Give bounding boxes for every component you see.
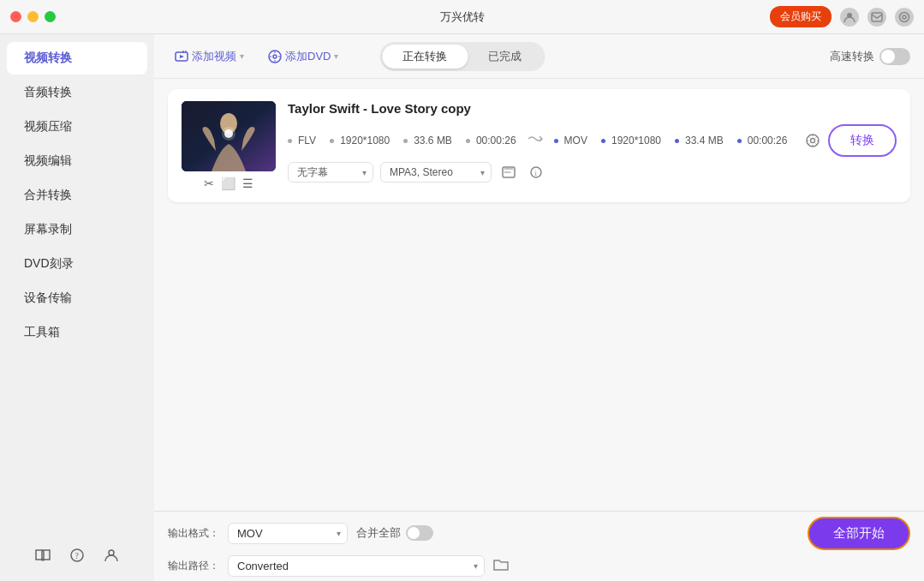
target-format: MOV: [554, 135, 587, 147]
subtitle-select-wrapper: 无字幕: [288, 162, 373, 183]
start-all-button[interactable]: 全部开始: [808, 517, 910, 550]
tab-converting[interactable]: 正在转换: [382, 45, 468, 69]
convert-button[interactable]: 转换: [828, 124, 897, 157]
content-list: ✂ ⬜ ☰ Taylor Swift - Love Story copy FLV: [154, 79, 924, 511]
target-size: 33.4 MB: [675, 135, 724, 147]
source-size: 33.6 MB: [403, 135, 452, 147]
vip-button[interactable]: 会员购买: [770, 6, 832, 27]
add-dvd-button[interactable]: 添加DVD ▾: [261, 45, 345, 69]
video-thumbnail: [182, 101, 276, 171]
tab-completed[interactable]: 已完成: [468, 45, 542, 69]
video-meta-row: FLV 1920*1080 33.6 MB: [288, 124, 897, 157]
svg-text:?: ?: [75, 551, 80, 560]
sidebar-item-device-transfer[interactable]: 设备传输: [7, 282, 147, 314]
audio-select[interactable]: MPA3, Stereo: [380, 162, 492, 183]
book-icon[interactable]: [31, 543, 55, 567]
speed-toggle-switch[interactable]: [879, 48, 910, 65]
format-label: 输出格式：: [168, 526, 219, 541]
svg-point-15: [811, 139, 815, 143]
profile-icon[interactable]: [99, 543, 123, 567]
source-duration: 00:00:26: [466, 135, 516, 147]
cut-icon[interactable]: ✂: [204, 177, 214, 190]
folder-icon[interactable]: [493, 558, 509, 574]
subtitle-audio-row: 无字幕 MPA3, Stereo: [288, 162, 897, 183]
svg-point-3: [903, 15, 906, 19]
audio-select-wrapper: MPA3, Stereo: [380, 162, 492, 183]
app-title: 万兴优转: [440, 9, 485, 25]
sidebar-item-merge-convert[interactable]: 合并转换: [7, 179, 147, 212]
maximize-button[interactable]: [45, 11, 56, 22]
convert-arrow-icon: [527, 132, 544, 149]
svg-point-2: [900, 12, 909, 21]
mail-icon[interactable]: [867, 8, 886, 27]
titlebar: 万兴优转 会员购买: [0, 0, 924, 34]
speed-toggle: 高速转换: [830, 48, 910, 65]
toolbar: 添加视频 ▾ 添加DVD ▾ 正在转换 已完成 高速转换: [154, 34, 924, 79]
path-row: 输出路径： Converted: [168, 555, 910, 577]
meta-target: MOV 1920*1080 33.4 MB: [554, 129, 828, 153]
sidebar-bottom: ?: [0, 536, 154, 574]
speed-label: 高速转换: [830, 49, 874, 64]
sidebar-item-audio-convert[interactable]: 音频转换: [7, 76, 147, 109]
thumbnail-controls: ✂ ⬜ ☰: [204, 177, 253, 190]
titlebar-right: 会员购买: [770, 6, 914, 27]
format-select[interactable]: MOV MP4 AVI MKV: [228, 523, 348, 544]
sidebar-item-dvd-burn[interactable]: DVD刻录: [7, 248, 147, 280]
content-area: 添加视频 ▾ 添加DVD ▾ 正在转换 已完成 高速转换: [154, 34, 924, 581]
tab-group: 正在转换 已完成: [379, 42, 545, 71]
path-label: 输出路径：: [168, 559, 219, 573]
svg-point-6: [109, 550, 114, 555]
sidebar: 视频转换 音频转换 视频压缩 视频编辑 合并转换 屏幕录制 DVD刻录 设备传输…: [0, 34, 154, 581]
user-settings-icon[interactable]: [895, 8, 914, 27]
user-icon[interactable]: [840, 8, 859, 27]
svg-point-13: [222, 127, 235, 141]
video-info: Taylor Swift - Love Story copy FLV 1920*…: [288, 101, 897, 183]
add-video-button[interactable]: 添加视频 ▾: [168, 45, 251, 69]
path-select[interactable]: Converted: [228, 555, 485, 577]
svg-point-9: [273, 55, 277, 58]
adjust-icon[interactable]: ☰: [242, 177, 253, 190]
target-duration: 00:00:26: [737, 135, 788, 147]
sidebar-item-video-convert[interactable]: 视频转换: [7, 42, 147, 75]
merge-toggle: 合并全部: [356, 525, 433, 541]
crop-icon[interactable]: ⬜: [221, 177, 235, 190]
minimize-button[interactable]: [27, 11, 39, 22]
preview-icon[interactable]: [498, 162, 519, 183]
settings-icon[interactable]: [801, 129, 825, 153]
source-format: FLV: [288, 135, 316, 147]
path-select-wrapper: Converted: [228, 555, 485, 577]
video-item-card: ✂ ⬜ ☰ Taylor Swift - Love Story copy FLV: [168, 89, 910, 202]
format-row: 输出格式： MOV MP4 AVI MKV 合并全部 全部开始: [168, 517, 910, 550]
info-icon[interactable]: i: [526, 162, 546, 183]
merge-label: 合并全部: [356, 525, 401, 541]
subtitle-select[interactable]: 无字幕: [288, 162, 373, 183]
sidebar-item-video-compress[interactable]: 视频压缩: [7, 111, 147, 143]
format-select-wrapper: MOV MP4 AVI MKV: [228, 523, 348, 544]
target-resolution: 1920*1080: [601, 135, 661, 147]
traffic-lights: [10, 11, 56, 22]
svg-rect-1: [872, 13, 882, 21]
help-icon[interactable]: ?: [65, 543, 89, 567]
meta-source: FLV 1920*1080 33.6 MB: [288, 135, 516, 147]
merge-toggle-switch[interactable]: [406, 525, 433, 541]
sidebar-item-screen-record[interactable]: 屏幕录制: [7, 213, 147, 246]
video-title: Taylor Swift - Love Story copy: [288, 101, 897, 116]
close-button[interactable]: [10, 11, 21, 22]
sidebar-item-toolbox[interactable]: 工具箱: [7, 316, 147, 349]
source-resolution: 1920*1080: [330, 135, 390, 147]
bottom-bar: 输出格式： MOV MP4 AVI MKV 合并全部 全部开始: [154, 511, 924, 581]
svg-text:i: i: [535, 169, 538, 177]
sidebar-item-video-edit[interactable]: 视频编辑: [7, 145, 147, 177]
